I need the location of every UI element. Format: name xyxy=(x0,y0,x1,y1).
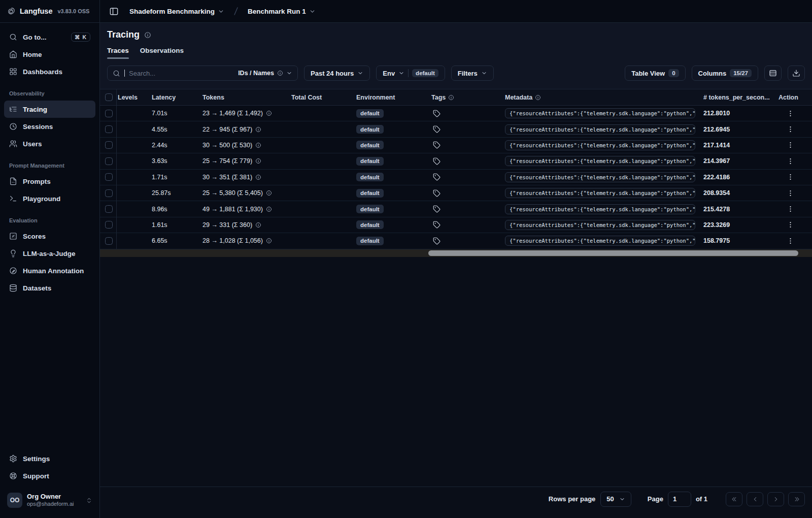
search-input[interactable]: Search... IDs / Names xyxy=(107,66,298,81)
row-actions-button[interactable] xyxy=(787,237,794,245)
row-checkbox[interactable] xyxy=(105,237,113,245)
row-checkbox[interactable] xyxy=(105,189,113,197)
table-view-button[interactable]: Table View 0 xyxy=(625,66,685,81)
sidebar-item-goto[interactable]: Go to... ⌘ K xyxy=(4,28,95,46)
chevron-down-icon xyxy=(286,70,292,76)
row-checkbox[interactable] xyxy=(105,221,113,229)
tokens-cell: 23 → 1,469 (Σ 1,492) xyxy=(201,110,283,117)
row-actions-button[interactable] xyxy=(787,173,794,181)
sidebar-item-prompts[interactable]: Prompts xyxy=(4,173,95,190)
table-row[interactable]: 8.96s 49 → 1,881 (Σ 1,930) default {"res… xyxy=(100,201,812,217)
table-row[interactable]: 4.55s 22 → 945 (Σ 967) default {"resourc… xyxy=(100,121,812,137)
column-header-total-cost[interactable]: Total Cost xyxy=(283,94,355,101)
metadata-chip[interactable]: {"resourceAttributes":{"telemetry.sdk.la… xyxy=(505,172,695,182)
previous-page-button[interactable] xyxy=(747,492,763,506)
metadata-chip[interactable]: {"resourceAttributes":{"telemetry.sdk.la… xyxy=(505,140,695,150)
metadata-chip[interactable]: {"resourceAttributes":{"telemetry.sdk.la… xyxy=(505,108,695,118)
environment-cell: default xyxy=(355,220,430,229)
row-checkbox[interactable] xyxy=(105,110,113,117)
table-row[interactable]: 7.01s 23 → 1,469 (Σ 1,492) default {"res… xyxy=(100,106,812,121)
page-total: of 1 xyxy=(696,495,707,503)
sidebar-item-home[interactable]: Home xyxy=(4,46,95,63)
env-filter-button[interactable]: Env default xyxy=(376,66,445,81)
row-height-button[interactable] xyxy=(764,66,782,81)
tag-icon[interactable] xyxy=(433,141,441,149)
sidebar-item-tracing[interactable]: Tracing xyxy=(4,101,95,118)
sidebar-item-scores[interactable]: Scores xyxy=(4,228,95,245)
dashboards-icon xyxy=(9,68,17,76)
metadata-chip[interactable]: {"resourceAttributes":{"telemetry.sdk.la… xyxy=(505,156,695,166)
table-row[interactable]: 6.65s 28 → 1,028 (Σ 1,056) default {"res… xyxy=(100,233,812,249)
column-header-tokens-per-second[interactable]: # tokens_per_secon... xyxy=(702,94,777,101)
sidebar-item-users[interactable]: Users xyxy=(4,135,95,152)
search-type-dropdown[interactable]: IDs / Names xyxy=(238,70,292,77)
tag-icon[interactable] xyxy=(433,205,441,213)
last-page-button[interactable] xyxy=(788,492,805,506)
metadata-chip[interactable]: {"resourceAttributes":{"telemetry.sdk.la… xyxy=(505,204,695,214)
column-header-environment[interactable]: Environment xyxy=(355,94,430,101)
metadata-chip[interactable]: {"resourceAttributes":{"telemetry.sdk.la… xyxy=(505,188,695,198)
sidebar-toggle-button[interactable] xyxy=(106,4,121,19)
chevron-down-icon xyxy=(398,70,404,76)
tag-icon[interactable] xyxy=(433,189,441,197)
tag-icon[interactable] xyxy=(433,173,441,181)
first-page-button[interactable] xyxy=(726,492,742,506)
tag-icon[interactable] xyxy=(433,125,441,133)
column-header-metadata[interactable]: Metadata xyxy=(504,94,702,101)
export-button[interactable] xyxy=(788,66,805,81)
tab-observations[interactable]: Observations xyxy=(140,47,184,59)
sidebar-item-playground[interactable]: Playground xyxy=(4,190,95,207)
tag-icon[interactable] xyxy=(433,157,441,165)
row-checkbox[interactable] xyxy=(105,173,113,181)
tag-icon[interactable] xyxy=(433,221,441,229)
tag-icon[interactable] xyxy=(433,237,441,245)
prompts-label: Prompts xyxy=(23,178,51,185)
rows-per-page-select[interactable]: 50 xyxy=(600,492,631,507)
metadata-chip[interactable]: {"resourceAttributes":{"telemetry.sdk.la… xyxy=(505,124,695,135)
table-row[interactable]: 3.63s 25 → 754 (Σ 779) default {"resourc… xyxy=(100,153,812,169)
sidebar-item-settings[interactable]: Settings xyxy=(4,450,95,467)
table-row[interactable]: 1.71s 30 → 351 (Σ 381) default {"resourc… xyxy=(100,170,812,185)
row-checkbox[interactable] xyxy=(105,205,113,213)
sidebar-item-datasets[interactable]: Datasets xyxy=(4,279,95,297)
column-header-tokens[interactable]: Tokens xyxy=(201,94,283,101)
columns-button[interactable]: Columns 15/27 xyxy=(692,66,758,81)
table-row[interactable]: 1.61s 29 → 331 (Σ 360) default {"resourc… xyxy=(100,217,812,233)
row-actions-button[interactable] xyxy=(787,110,794,117)
sidebar-item-llm-as-a-judge[interactable]: LLM-as-a-Judge xyxy=(4,245,95,262)
select-all-checkbox[interactable] xyxy=(105,93,113,101)
tokens-per-second-cell: 222.4186 xyxy=(702,174,777,181)
row-checkbox[interactable] xyxy=(105,141,113,149)
horizontal-scrollbar-thumb[interactable] xyxy=(428,250,799,256)
row-actions-button[interactable] xyxy=(787,189,794,197)
column-header-levels[interactable]: Levels xyxy=(117,94,151,101)
metadata-chip[interactable]: {"resourceAttributes":{"telemetry.sdk.la… xyxy=(505,236,695,246)
action-cell xyxy=(777,141,812,149)
column-header-latency[interactable]: Latency xyxy=(151,94,201,101)
metadata-chip[interactable]: {"resourceAttributes":{"telemetry.sdk.la… xyxy=(505,220,695,230)
row-checkbox[interactable] xyxy=(105,157,113,165)
time-range-button[interactable]: Past 24 hours xyxy=(304,66,370,81)
row-checkbox[interactable] xyxy=(105,125,113,133)
divider xyxy=(408,69,409,77)
tag-icon[interactable] xyxy=(433,110,441,117)
row-actions-button[interactable] xyxy=(787,125,794,133)
sidebar-item-human-annotation[interactable]: Human Annotation xyxy=(4,262,95,279)
user-menu[interactable]: OO Org Owner ops@shadeform.ai xyxy=(4,490,95,511)
column-header-tags[interactable]: Tags xyxy=(430,94,504,101)
org-switcher[interactable]: Shadeform Benchmarking xyxy=(126,6,227,17)
row-actions-button[interactable] xyxy=(787,221,794,229)
project-switcher[interactable]: Benchmark Run 1 xyxy=(245,6,319,17)
row-actions-button[interactable] xyxy=(787,141,794,149)
sidebar-item-sessions[interactable]: Sessions xyxy=(4,118,95,135)
sidebar-item-dashboards[interactable]: Dashboards xyxy=(4,63,95,80)
filters-button[interactable]: Filters xyxy=(451,66,494,81)
row-actions-button[interactable] xyxy=(787,205,794,213)
table-row[interactable]: 25.87s 25 → 5,380 (Σ 5,405) default {"re… xyxy=(100,185,812,201)
table-row[interactable]: 2.44s 30 → 500 (Σ 530) default {"resourc… xyxy=(100,138,812,153)
page-number-input[interactable] xyxy=(668,492,691,507)
row-actions-button[interactable] xyxy=(787,157,794,165)
next-page-button[interactable] xyxy=(767,492,784,506)
sidebar-item-support[interactable]: Support xyxy=(4,467,95,484)
tab-traces[interactable]: Traces xyxy=(107,47,129,59)
